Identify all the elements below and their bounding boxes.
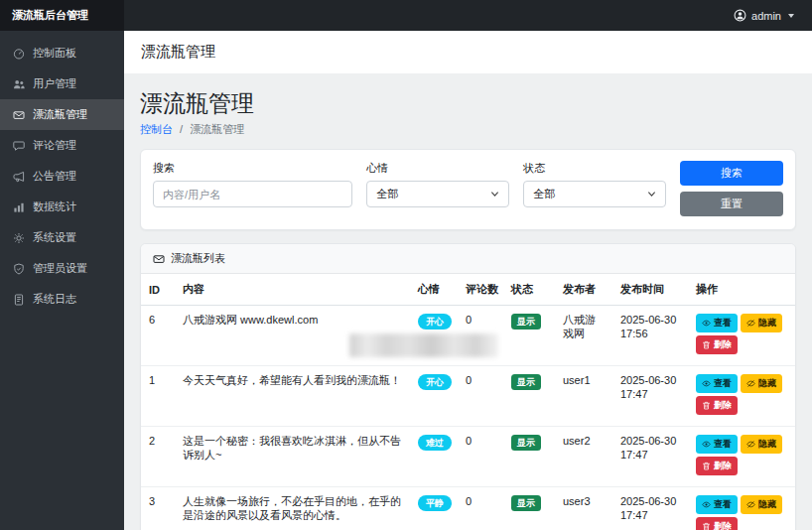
publish-time: 2025-06-30 17:47 bbox=[612, 427, 688, 487]
sidebar-item-journal[interactable]: 系统日志 bbox=[0, 284, 124, 315]
user-name: admin bbox=[751, 10, 781, 22]
breadcrumb-home-link[interactable]: 控制台 bbox=[140, 123, 173, 135]
reset-button[interactable]: 重置 bbox=[680, 192, 783, 216]
sidebar-item-gear[interactable]: 系统设置 bbox=[0, 222, 124, 253]
actions-cell: 查看隐藏删除 bbox=[688, 366, 795, 427]
envelope-icon bbox=[153, 253, 165, 265]
mood-cell: 开心 bbox=[410, 366, 458, 427]
trash-icon bbox=[702, 401, 711, 410]
comment-count: 0 bbox=[458, 487, 503, 530]
delete-button[interactable]: 删除 bbox=[696, 335, 738, 354]
bottle-content: 这是一个秘密：我很喜欢吃冰淇淋，但从不告诉别人~ bbox=[175, 427, 410, 487]
sidebar-item-bar-chart[interactable]: 数据统计 bbox=[0, 192, 124, 222]
hide-button[interactable]: 隐藏 bbox=[741, 374, 782, 393]
hide-button[interactable]: 隐藏 bbox=[741, 314, 782, 332]
sidebar-item-label: 评论管理 bbox=[33, 138, 76, 153]
publisher: user1 bbox=[555, 366, 612, 427]
comment-count: 0 bbox=[458, 366, 503, 427]
column-header: 评论数 bbox=[458, 274, 503, 306]
eye-slash-icon bbox=[746, 440, 755, 449]
breadcrumb: 控制台 / 漂流瓶管理 bbox=[140, 122, 796, 137]
hide-button[interactable]: 隐藏 bbox=[741, 435, 782, 454]
mood-badge: 难过 bbox=[418, 435, 452, 451]
table-row: 2这是一个秘密：我很喜欢吃冰淇淋，但从不告诉别人~难过0显示user22025-… bbox=[141, 427, 795, 487]
status-cell: 显示 bbox=[503, 427, 555, 487]
mood-badge: 平静 bbox=[418, 495, 452, 511]
status-label: 状态 bbox=[523, 161, 666, 176]
sidebar-item-label: 管理员设置 bbox=[33, 261, 87, 276]
breadcrumb-separator: / bbox=[180, 123, 183, 135]
search-button[interactable]: 搜索 bbox=[680, 161, 783, 186]
chevron-down-icon bbox=[490, 190, 499, 199]
mood-select[interactable]: 全部 bbox=[366, 181, 509, 207]
status-cell: 显示 bbox=[503, 306, 555, 366]
search-label: 搜索 bbox=[153, 161, 352, 176]
eye-icon bbox=[702, 440, 711, 449]
eye-icon bbox=[702, 500, 711, 509]
bottle-list-card: 漂流瓶列表 ID内容心情评论数状态发布者发布时间操作 6八戒游戏网 www.dk… bbox=[140, 243, 796, 530]
sidebar-item-label: 用户管理 bbox=[33, 76, 76, 91]
journal-icon bbox=[13, 294, 25, 306]
actions-cell: 查看隐藏删除 bbox=[688, 306, 795, 366]
publisher: 八戒游戏网 bbox=[555, 306, 612, 366]
sidebar-item-envelope[interactable]: 漂流瓶管理 bbox=[0, 99, 124, 130]
blurred-image bbox=[349, 333, 498, 357]
eye-icon bbox=[702, 379, 711, 388]
actions-cell: 查看隐藏删除 bbox=[688, 487, 795, 530]
column-header: 发布者 bbox=[555, 274, 612, 306]
speedometer-icon bbox=[13, 48, 25, 60]
filter-buttons: 搜索 重置 bbox=[680, 161, 783, 216]
actions-cell: 查看隐藏删除 bbox=[688, 427, 795, 487]
gear-icon bbox=[13, 232, 25, 244]
eye-slash-icon bbox=[746, 500, 755, 509]
shield-icon bbox=[13, 263, 25, 275]
delete-button[interactable]: 删除 bbox=[696, 517, 738, 530]
status-select-value: 全部 bbox=[533, 187, 555, 201]
delete-button[interactable]: 删除 bbox=[696, 396, 738, 415]
filter-panel: 搜索 心情 全部 状态 bbox=[140, 149, 796, 230]
sidebar-item-people[interactable]: 用户管理 bbox=[0, 68, 124, 99]
mood-cell: 难过 bbox=[410, 427, 458, 487]
hide-button[interactable]: 隐藏 bbox=[741, 495, 782, 514]
sidebar: 控制面板用户管理漂流瓶管理评论管理公告管理数据统计系统设置管理员设置系统日志 bbox=[0, 31, 124, 530]
publish-time: 2025-06-30 17:56 bbox=[612, 306, 688, 366]
sidebar-item-speedometer[interactable]: 控制面板 bbox=[0, 38, 124, 68]
view-button[interactable]: 查看 bbox=[696, 314, 738, 332]
app-brand[interactable]: 漂流瓶后台管理 bbox=[0, 0, 124, 31]
sidebar-item-shield[interactable]: 管理员设置 bbox=[0, 253, 124, 284]
publish-time: 2025-06-30 17:47 bbox=[612, 366, 688, 427]
delete-button[interactable]: 删除 bbox=[696, 457, 738, 475]
trash-icon bbox=[702, 340, 711, 349]
page-content: 漂流瓶管理 控制台 / 漂流瓶管理 搜索 心情 全部 bbox=[124, 73, 812, 530]
card-header: 漂流瓶列表 bbox=[141, 244, 795, 274]
mood-select-value: 全部 bbox=[376, 187, 398, 201]
sidebar-item-label: 系统日志 bbox=[33, 292, 76, 307]
sidebar-item-chat[interactable]: 评论管理 bbox=[0, 130, 124, 161]
sidebar-item-label: 系统设置 bbox=[33, 230, 76, 245]
user-menu[interactable]: admin bbox=[734, 9, 794, 22]
bottle-id: 1 bbox=[141, 366, 175, 427]
bottle-id: 2 bbox=[141, 427, 175, 487]
mood-badge: 开心 bbox=[418, 374, 452, 390]
search-input[interactable] bbox=[153, 181, 352, 207]
column-header: ID bbox=[141, 274, 175, 306]
sidebar-item-label: 控制面板 bbox=[33, 46, 76, 61]
sidebar-item-label: 漂流瓶管理 bbox=[33, 107, 87, 122]
bottle-id: 3 bbox=[141, 487, 175, 530]
status-cell: 显示 bbox=[503, 487, 555, 530]
status-select[interactable]: 全部 bbox=[523, 181, 666, 207]
main-area: 漂流瓶管理 漂流瓶管理 控制台 / 漂流瓶管理 搜索 心情 bbox=[124, 31, 812, 530]
status-badge: 显示 bbox=[511, 495, 541, 511]
sidebar-item-megaphone[interactable]: 公告管理 bbox=[0, 161, 124, 192]
view-button[interactable]: 查看 bbox=[696, 495, 738, 514]
mood-label: 心情 bbox=[366, 161, 509, 176]
bar-chart-icon bbox=[13, 201, 25, 213]
column-header: 发布时间 bbox=[612, 274, 688, 306]
view-button[interactable]: 查看 bbox=[696, 374, 738, 393]
bottle-content: 人生就像一场旅行，不必在乎目的地，在乎的是沿途的风景以及看风景的心情。 bbox=[175, 487, 410, 530]
card-title: 漂流瓶列表 bbox=[171, 251, 225, 266]
bottle-content: 八戒游戏网 www.dkewl.com bbox=[175, 306, 410, 366]
view-button[interactable]: 查看 bbox=[696, 435, 738, 454]
app-window: 漂流瓶后台管理 admin 控制面板用户管理漂流瓶管理评论管理公告管理数据统计系… bbox=[0, 0, 812, 530]
trash-icon bbox=[702, 462, 711, 470]
